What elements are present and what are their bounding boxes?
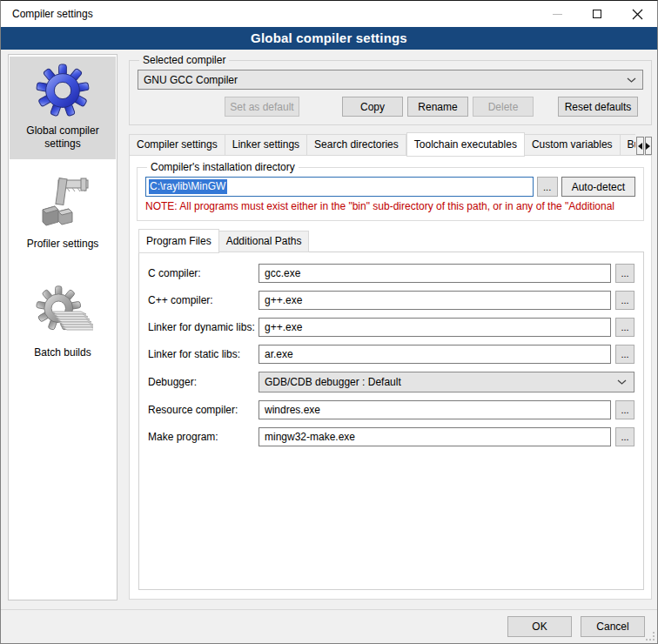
toolchain-executables-panel: Compiler's installation directory C:\ray… <box>129 155 652 600</box>
sidebar-item-label: Global compiler settings <box>11 124 114 151</box>
installation-directory-group: Compiler's installation directory C:\ray… <box>137 161 644 221</box>
main-content: Selected compiler GNU GCC Compiler Set a… <box>123 54 652 600</box>
sidebar-item-batch-builds[interactable]: Batch builds <box>10 278 116 368</box>
tab-linker-settings[interactable]: Linker settings <box>225 134 307 156</box>
close-button[interactable] <box>617 1 657 27</box>
resource-compiler-browse-button[interactable]: ... <box>615 400 634 419</box>
auto-detect-button[interactable]: Auto-detect <box>561 177 635 197</box>
installation-directory-browse-button[interactable]: ... <box>537 177 558 197</box>
tab-scroll-right-button[interactable] <box>645 137 653 155</box>
tab-program-files[interactable]: Program Files <box>138 229 219 253</box>
static-linker-input[interactable] <box>258 345 611 364</box>
tab-additional-paths[interactable]: Additional Paths <box>219 231 310 252</box>
delete-button[interactable]: Delete <box>473 97 534 117</box>
make-program-browse-button[interactable]: ... <box>615 427 634 446</box>
debugger-select[interactable]: GDB/CDB debugger : Default <box>258 372 634 392</box>
installation-directory-value: C:\raylib\MinGW <box>149 179 227 194</box>
tab-custom-variables[interactable]: Custom variables <box>525 134 621 156</box>
title-bar: Compiler settings <box>1 1 657 27</box>
sidebar-item-label: Profiler settings <box>11 238 114 251</box>
arrow-left-icon <box>638 143 642 150</box>
compiler-settings-window: Compiler settings Global compiler settin… <box>0 0 658 644</box>
c-compiler-label: C compiler: <box>148 267 258 279</box>
ok-button[interactable]: OK <box>507 616 572 637</box>
resource-compiler-label: Resource compiler: <box>148 404 258 416</box>
static-linker-label: Linker for static libs: <box>148 348 258 360</box>
minimize-button[interactable] <box>537 1 577 27</box>
cpp-compiler-browse-button[interactable]: ... <box>615 291 634 310</box>
settings-sidebar: Global compiler settings Profiler <box>8 54 118 600</box>
sidebar-item-label: Batch builds <box>11 346 114 359</box>
copy-button[interactable]: Copy <box>342 97 403 117</box>
debugger-select-value: GDB/CDB debugger : Default <box>265 376 401 388</box>
set-as-default-button[interactable]: Set as default <box>225 97 299 117</box>
dynamic-linker-input[interactable] <box>258 318 611 337</box>
cpp-compiler-label: C++ compiler: <box>148 294 258 306</box>
maximize-button[interactable] <box>577 1 617 27</box>
program-files-tab-bar: Program Files Additional Paths <box>138 229 651 252</box>
c-compiler-browse-button[interactable]: ... <box>615 264 634 283</box>
reset-defaults-button[interactable]: Reset defaults <box>558 97 638 117</box>
make-program-label: Make program: <box>148 431 258 443</box>
resource-compiler-row: Resource compiler: ... <box>148 400 634 419</box>
caliper-icon <box>32 177 93 231</box>
static-linker-row: Linker for static libs: ... <box>148 345 634 364</box>
rename-button[interactable]: Rename <box>407 97 468 117</box>
tab-search-directories[interactable]: Search directories <box>307 134 406 156</box>
settings-tab-bar: Compiler settings Linker settings Search… <box>129 132 652 156</box>
compiler-actions: Set as default Copy Rename Delete Reset … <box>138 97 643 117</box>
page-title: Global compiler settings <box>1 27 657 50</box>
cancel-button[interactable]: Cancel <box>581 616 645 637</box>
dynamic-linker-browse-button[interactable]: ... <box>615 318 634 337</box>
footer-actions: OK Cancel <box>507 616 645 637</box>
installation-directory-input[interactable]: C:\raylib\MinGW <box>145 177 534 197</box>
close-icon <box>632 9 643 20</box>
window-title: Compiler settings <box>1 8 537 20</box>
dynamic-linker-label: Linker for dynamic libs: <box>148 321 258 333</box>
resource-compiler-input[interactable] <box>258 400 611 419</box>
sidebar-item-global-compiler-settings[interactable]: Global compiler settings <box>10 57 116 159</box>
cpp-compiler-input[interactable] <box>258 291 611 310</box>
c-compiler-row: C compiler: ... <box>148 264 634 283</box>
compiler-select-value: GNU GCC Compiler <box>144 74 238 86</box>
program-files-panel: C compiler: ... C++ compiler: ... Linker… <box>138 252 644 590</box>
sidebar-item-profiler-settings[interactable]: Profiler settings <box>10 170 116 259</box>
tab-toolchain-executables[interactable]: Toolchain executables <box>406 132 525 157</box>
cpp-compiler-row: C++ compiler: ... <box>148 291 634 310</box>
bin-subdirectory-note: NOTE: All programs must exist either in … <box>145 200 635 212</box>
c-compiler-input[interactable] <box>258 264 611 283</box>
compiler-select[interactable]: GNU GCC Compiler <box>138 70 643 90</box>
chevron-down-icon <box>617 379 627 385</box>
tab-compiler-settings[interactable]: Compiler settings <box>129 134 225 156</box>
arrow-right-icon <box>646 143 650 150</box>
make-program-input[interactable] <box>258 427 611 446</box>
maximize-icon <box>593 10 601 18</box>
installation-directory-row: C:\raylib\MinGW ... Auto-detect <box>145 177 635 197</box>
debugger-row: Debugger: GDB/CDB debugger : Default <box>148 372 634 392</box>
dialog-body: Global compiler settings Profiler <box>1 50 657 643</box>
resize-grip-icon[interactable] <box>646 632 655 641</box>
grey-gear-paper-stack-icon <box>32 285 93 339</box>
minimize-icon <box>553 14 562 15</box>
dynamic-linker-row: Linker for dynamic libs: ... <box>148 318 634 337</box>
footer-divider <box>1 609 657 610</box>
selected-compiler-group: Selected compiler GNU GCC Compiler Set a… <box>129 54 652 125</box>
blue-gear-icon <box>35 64 91 117</box>
installation-directory-legend: Compiler's installation directory <box>147 161 299 173</box>
make-program-row: Make program: ... <box>148 427 634 446</box>
selected-compiler-legend: Selected compiler <box>139 54 229 66</box>
debugger-label: Debugger: <box>148 376 258 388</box>
tab-scroll-left-button[interactable] <box>636 137 644 155</box>
static-linker-browse-button[interactable]: ... <box>615 345 634 364</box>
chevron-down-icon <box>627 77 636 83</box>
tab-build-options[interactable]: Build options <box>621 134 635 156</box>
